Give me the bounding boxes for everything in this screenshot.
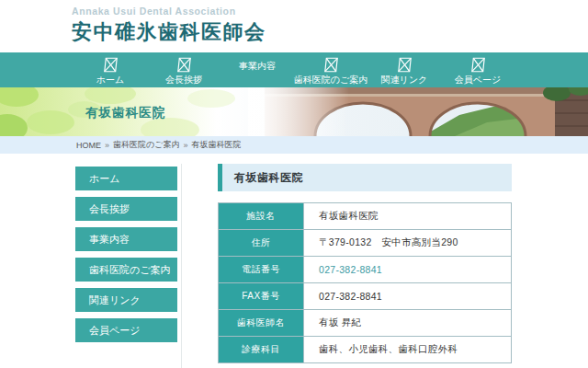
content-divider	[181, 164, 182, 368]
nav-item-label: 歯科医院のご案内	[294, 74, 368, 86]
nav-item-links[interactable]: 関連リンク	[368, 52, 441, 87]
row-value-phone: 027-382-8841	[304, 257, 512, 283]
nav-item-label: ホーム	[96, 74, 124, 86]
broken-image-icon	[323, 57, 339, 73]
table-row: 施設名 有坂歯科医院	[219, 203, 512, 230]
row-label-phone: 電話番号	[219, 257, 304, 283]
sidebar-item-links[interactable]: 関連リンク	[75, 288, 177, 312]
row-value-dentist: 有坂 昇紀	[304, 310, 512, 337]
broken-image-icon	[103, 57, 119, 73]
sidebar-item-members[interactable]: 会員ページ	[75, 318, 177, 342]
row-value-address: 〒379-0132 安中市高別当290	[304, 230, 512, 257]
breadcrumb-clinic-guide[interactable]: 歯科医院のご案内	[113, 139, 179, 151]
main-area: ホーム 会長挨拶 事業内容 歯科医院のご案内 関連リンク 会員ページ 有坂歯科医…	[0, 154, 588, 368]
row-label-address: 住所	[219, 230, 304, 257]
nav-item-label: 事業内容	[239, 60, 276, 73]
banner-title: 有坂歯科医院	[85, 105, 165, 121]
row-label-fax: FAX番号	[219, 283, 304, 310]
nav-item-members[interactable]: 会員ページ	[441, 52, 514, 87]
sidebar-item-home[interactable]: ホーム	[75, 167, 177, 190]
clinic-info-table: 施設名 有坂歯科医院 住所 〒379-0132 安中市高別当290 電話番号 0…	[218, 202, 512, 363]
breadcrumb-separator: »	[105, 141, 109, 150]
breadcrumb-separator: »	[183, 141, 187, 150]
sidebar-item-business[interactable]: 事業内容	[75, 227, 177, 251]
sidebar: ホーム 会長挨拶 事業内容 歯科医院のご案内 関連リンク 会員ページ	[75, 167, 177, 342]
site-title: 安中碓氷歯科医師会	[72, 18, 266, 46]
sidebar-item-greeting[interactable]: 会長挨拶	[75, 197, 177, 221]
site-brand: Annaka Usui Dental Association 安中碓氷歯科医師会	[72, 6, 266, 46]
nav-item-label: 会員ページ	[455, 74, 501, 86]
nav-item-greeting[interactable]: 会長挨拶	[147, 52, 220, 87]
nav-item-label: 会長挨拶	[165, 74, 202, 86]
broken-image-icon	[397, 57, 413, 73]
content: 有坂歯科医院 施設名 有坂歯科医院 住所 〒379-0132 安中市高別当290…	[218, 164, 512, 363]
row-label-dentist: 歯科医師名	[219, 310, 304, 337]
nav-item-home[interactable]: ホーム	[74, 52, 147, 87]
site-header: Annaka Usui Dental Association 安中碓氷歯科医師会	[0, 0, 588, 52]
table-row: 住所 〒379-0132 安中市高別当290	[219, 230, 512, 257]
sidebar-item-clinic-guide[interactable]: 歯科医院のご案内	[75, 258, 177, 282]
phone-link[interactable]: 027-382-8841	[319, 264, 382, 275]
site-subtitle-en: Annaka Usui Dental Association	[72, 6, 266, 17]
banner: 有坂歯科医院	[0, 87, 588, 136]
table-row: FAX番号 027-382-8841	[219, 283, 512, 310]
broken-image-icon	[470, 57, 486, 73]
nav-item-label: 関連リンク	[381, 74, 428, 86]
table-row: 歯科医師名 有坂 昇紀	[219, 310, 512, 337]
main-nav: ホーム 会長挨拶 事業内容 歯科医院のご案内 関連リンク	[0, 52, 588, 87]
breadcrumb-current: 有坂歯科医院	[191, 139, 241, 151]
table-row: 診療科目 歯科、小児歯科、歯科口腔外科	[219, 337, 512, 363]
row-value-departments: 歯科、小児歯科、歯科口腔外科	[304, 337, 512, 363]
nav-item-business[interactable]: 事業内容	[220, 52, 294, 87]
row-value-fax: 027-382-8841	[304, 283, 512, 310]
row-label-facility: 施設名	[219, 203, 304, 230]
page-title: 有坂歯科医院	[218, 164, 512, 191]
nav-item-clinic-guide[interactable]: 歯科医院のご案内	[294, 52, 368, 87]
row-label-departments: 診療科目	[219, 337, 304, 363]
breadcrumb: HOME » 歯科医院のご案内 » 有坂歯科医院	[0, 136, 588, 154]
breadcrumb-home[interactable]: HOME	[76, 141, 101, 150]
page: Annaka Usui Dental Association 安中碓氷歯科医師会…	[0, 0, 588, 368]
table-row: 電話番号 027-382-8841	[219, 257, 512, 283]
row-value-facility: 有坂歯科医院	[304, 203, 512, 230]
broken-image-icon	[176, 57, 192, 73]
